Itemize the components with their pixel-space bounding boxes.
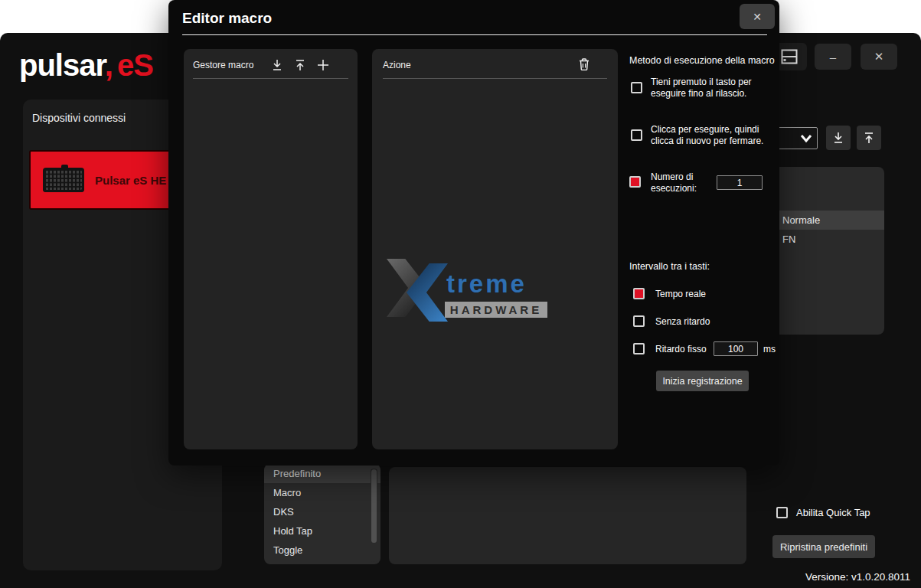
restore-defaults-button[interactable]: Ripristina predefiniti	[772, 535, 875, 558]
upload-icon	[862, 131, 876, 145]
execution-count-label: Numero di esecuzioni:	[651, 172, 715, 194]
profile-export-button[interactable]	[857, 126, 881, 150]
watermark-hardware-bar: HARDWARE	[445, 302, 547, 318]
start-recording-button[interactable]: Inizia registrazione	[656, 371, 749, 391]
screenshot-root: pulsar,eS – ✕ Dispositivi connessi Pulsa…	[0, 0, 921, 588]
key-settings-panel	[389, 467, 746, 564]
layout-icon	[781, 49, 798, 64]
layers-spacer	[773, 167, 884, 211]
interval-heading: Intervallo tra i tasti:	[629, 261, 710, 272]
mode-label: Predefinito	[273, 468, 321, 479]
mode-label: DKS	[273, 506, 294, 518]
mode-label: Toggle	[273, 544, 302, 556]
quick-tap-label: Abilita Quick Tap	[796, 507, 870, 518]
action-panel: Azione	[372, 49, 618, 449]
realtime-checkbox[interactable]	[633, 288, 645, 299]
layer-label: Normale	[782, 214, 820, 226]
mode-item-toggle[interactable]: Toggle	[264, 541, 380, 560]
hold-to-run-checkbox[interactable]	[631, 82, 642, 93]
mode-item-macro[interactable]: Macro	[264, 483, 380, 502]
dialog-close-button[interactable]: ✕	[740, 4, 775, 29]
layers-panel: Normale FN	[773, 167, 884, 335]
execution-count-checkbox[interactable]	[629, 176, 641, 188]
keyboard-icon	[43, 168, 84, 192]
quick-tap-checkbox[interactable]	[776, 507, 788, 518]
watermark-treme-text: treme	[446, 270, 527, 299]
layer-item-fn[interactable]: FN	[773, 230, 884, 249]
upload-icon	[293, 58, 307, 72]
macro-editor-dialog: Editor macro ✕ Gestore macro	[168, 0, 779, 466]
realtime-label: Tempo reale	[655, 289, 706, 300]
plus-icon	[316, 58, 330, 72]
minimize-icon: –	[830, 51, 836, 64]
version-text: Versione: v1.0.20.8011	[805, 571, 910, 583]
fixed-delay-label: Ritardo fisso	[655, 344, 707, 355]
dialog-title: Editor macro	[182, 10, 272, 27]
minimize-button[interactable]: –	[815, 44, 851, 70]
panel-divider	[193, 78, 348, 79]
close-icon: ✕	[874, 50, 884, 64]
fixed-delay-checkbox[interactable]	[633, 343, 645, 354]
no-delay-label: Senza ritardo	[655, 316, 710, 328]
mode-item-predefinito[interactable]: Predefinito	[264, 464, 380, 483]
watermark-hardware-text: HARDWARE	[450, 303, 542, 316]
key-mode-scrollbar[interactable]	[371, 469, 377, 562]
fixed-delay-input[interactable]	[714, 341, 758, 356]
executions-count-input[interactable]	[717, 175, 763, 190]
download-icon	[831, 131, 845, 145]
pulsar-logo: pulsar,eS	[19, 48, 153, 83]
logo-brand: pulsar	[19, 48, 105, 82]
mode-item-dks[interactable]: DKS	[264, 502, 380, 521]
download-icon	[270, 58, 284, 72]
hold-to-run-label: Tieni premuto il tasto per eseguire fino…	[651, 77, 775, 100]
action-panel-title: Azione	[383, 60, 411, 70]
scrollbar-thumb[interactable]	[371, 469, 377, 543]
fixed-delay-unit: ms	[763, 344, 776, 355]
chevron-down-icon	[800, 134, 812, 143]
xtreme-hardware-watermark: treme HARDWARE	[387, 259, 547, 323]
connected-devices-title: Dispositivi connessi	[32, 112, 126, 124]
delete-action-button[interactable]	[578, 57, 590, 71]
mode-label: Macro	[273, 487, 301, 498]
add-macro-button[interactable]	[316, 58, 330, 72]
layer-label: FN	[782, 234, 795, 245]
dialog-divider	[182, 34, 767, 35]
mode-label: Hold Tap	[273, 525, 312, 537]
macro-import-button[interactable]	[270, 58, 284, 72]
click-toggle-checkbox[interactable]	[631, 129, 642, 141]
app-close-button[interactable]: ✕	[861, 44, 897, 70]
layer-item-normale[interactable]: Normale	[773, 211, 884, 230]
logo-accent: ,	[105, 48, 113, 82]
no-delay-checkbox[interactable]	[633, 315, 645, 327]
profile-import-button[interactable]	[826, 126, 851, 150]
macro-manager-panel: Gestore macro	[184, 49, 358, 449]
trash-icon	[578, 57, 590, 71]
logo-suffix: eS	[117, 48, 153, 82]
close-icon: ✕	[753, 11, 762, 23]
execution-method-heading: Metodo di esecuzione della macro	[629, 55, 775, 66]
macro-manager-title: Gestore macro	[193, 60, 253, 70]
key-mode-list: Predefinito Macro DKS Hold Tap Toggle	[264, 464, 380, 564]
macro-export-button[interactable]	[293, 58, 307, 72]
click-toggle-label: Clicca per eseguire, quindi clicca di nu…	[651, 124, 775, 147]
panel-divider	[383, 78, 607, 79]
mode-item-hold-tap[interactable]: Hold Tap	[264, 521, 380, 541]
